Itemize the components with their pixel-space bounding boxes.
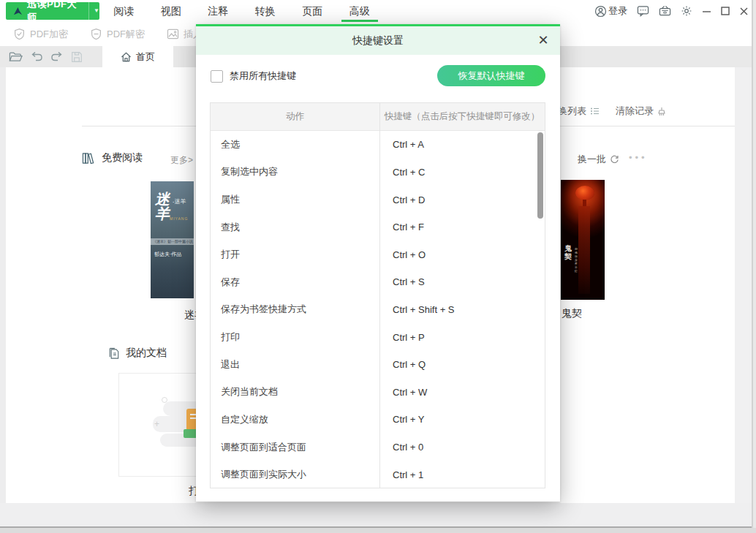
- cover-band-text: 《迷羊》郁一部中篇小说: [151, 238, 194, 245]
- app-window: 迅读PDF大师 ▼ 阅读 视图 注释 转换 页面 高级 登录: [0, 0, 756, 533]
- disable-all-checkbox[interactable]: [211, 70, 223, 83]
- pdf-decrypt-button[interactable]: PDF解密: [90, 28, 145, 41]
- clear-history-button[interactable]: 清除记录: [616, 105, 666, 118]
- action-label: 打开: [211, 241, 379, 268]
- table-scrollbar-thumb[interactable]: [537, 132, 543, 219]
- app-name: 迅读PDF大师: [27, 0, 83, 24]
- action-label: 打印: [211, 323, 379, 351]
- login-button[interactable]: 登录: [594, 4, 627, 18]
- clear-history-label: 清除记录: [616, 105, 654, 118]
- shortcut-table-row: 复制选中内容 Ctrl + C: [211, 159, 545, 186]
- shortcut-value[interactable]: Ctrl + A: [379, 131, 545, 159]
- shortcut-table-row: 打印 Ctrl + P: [211, 323, 545, 351]
- table-header-row: 动作 快捷键（点击后按下快捷键即可修改）: [211, 103, 545, 131]
- more-options-dots[interactable]: •••: [629, 152, 648, 163]
- shortcut-value[interactable]: Ctrl + W: [379, 378, 545, 406]
- right-gutter: [735, 67, 752, 503]
- minimize-button[interactable]: [702, 7, 711, 16]
- shortcut-table-row: 全选 Ctrl + A: [211, 131, 545, 159]
- promo-icon[interactable]: [659, 5, 671, 17]
- menu-annotate[interactable]: 注释: [194, 0, 242, 22]
- action-label: 调整页面到实际大小: [211, 461, 379, 488]
- pdf-encrypt-button[interactable]: PDF加密: [13, 28, 68, 41]
- refresh-batch-label: 换一批: [578, 153, 606, 166]
- books-icon: [82, 152, 96, 165]
- list-icon: [590, 107, 600, 116]
- feedback-icon[interactable]: [637, 5, 649, 17]
- cover-title: 鬼契: [564, 244, 573, 260]
- menu-view[interactable]: 视图: [148, 0, 195, 22]
- shortcut-value[interactable]: Ctrl + P: [379, 323, 545, 351]
- shortcut-value[interactable]: Ctrl + F: [379, 213, 545, 241]
- shortcut-value[interactable]: Ctrl + Shift + S: [379, 296, 545, 324]
- close-button[interactable]: [739, 7, 749, 16]
- save-icon[interactable]: [71, 51, 83, 63]
- table-body: 全选 Ctrl + A 复制选中内容 Ctrl + C 属性 Ctrl + D …: [211, 131, 545, 488]
- dialog-title: 快捷键设置: [352, 34, 404, 48]
- login-label: 登录: [608, 4, 627, 18]
- menu-convert[interactable]: 转换: [242, 0, 290, 22]
- action-label: 退出: [211, 351, 379, 379]
- shortcut-value[interactable]: Ctrl + Q: [379, 351, 545, 379]
- title-bar: 迅读PDF大师 ▼ 阅读 视图 注释 转换 页面 高级 登录: [0, 0, 756, 22]
- shortcut-value[interactable]: Ctrl + C: [379, 159, 545, 186]
- plus-deco: +: [154, 419, 159, 429]
- refresh-icon: [610, 155, 619, 165]
- shortcut-value[interactable]: Ctrl + O: [379, 241, 545, 268]
- dialog-close-icon[interactable]: ✕: [535, 32, 551, 48]
- action-label: 查找: [211, 213, 379, 241]
- menu-read[interactable]: 阅读: [100, 0, 148, 22]
- book-cover-guiqi[interactable]: 鬼契 怨魂缠身夜半灯: [561, 180, 605, 300]
- shield-minus-icon: [90, 28, 107, 40]
- shortcut-value[interactable]: Ctrl + D: [379, 186, 545, 213]
- cover-roman: MIYANG: [170, 216, 188, 221]
- my-documents-section-header: 我的文档: [108, 347, 167, 360]
- free-reading-section-header: 免费阅读: [82, 151, 143, 165]
- pdf-encrypt-label: PDF加密: [30, 28, 68, 41]
- disable-all-row: 禁用所有快捷键: [211, 69, 296, 83]
- action-label: 自定义缩放: [211, 406, 379, 434]
- user-icon: [594, 5, 607, 18]
- shortcut-column-header: 快捷键（点击后按下快捷键即可修改）: [379, 103, 545, 130]
- home-icon: [121, 52, 132, 62]
- menu-advanced[interactable]: 高级: [336, 0, 384, 22]
- book-cover-miyang[interactable]: 迷羊 -迷羊 MIYANG 《迷羊》郁一部中篇小说 郁达夫·作品: [151, 181, 194, 298]
- maximize-button[interactable]: [721, 7, 730, 15]
- shortcut-table-row: 退出 Ctrl + Q: [211, 351, 545, 379]
- menu-page[interactable]: 页面: [289, 0, 336, 22]
- book-caption[interactable]: 鬼契: [562, 307, 582, 320]
- bottom-gutter: [0, 503, 756, 526]
- shortcut-table-row: 属性 Ctrl + D: [211, 186, 545, 213]
- shortcut-table-row: 保存为书签快捷方式 Ctrl + Shift + S: [211, 296, 545, 324]
- disable-all-label: 禁用所有快捷键: [230, 69, 296, 83]
- window-right-shadow: [753, 0, 756, 528]
- shortcut-value[interactable]: Ctrl + 1: [379, 461, 545, 488]
- action-label: 复制选中内容: [211, 159, 379, 186]
- chevron-down-icon[interactable]: ▼: [88, 2, 99, 20]
- cover-tiny-text: 怨魂缠身夜半灯: [575, 247, 579, 273]
- pillar-art: [578, 206, 590, 294]
- document-icon: [108, 347, 120, 360]
- column-divider: [379, 103, 380, 488]
- more-link[interactable]: 更多>: [170, 154, 193, 167]
- app-logo-icon: [12, 6, 23, 17]
- tab-home-label: 首页: [136, 50, 155, 64]
- refresh-batch-button[interactable]: 换一批: [578, 153, 619, 166]
- open-folder-icon[interactable]: [9, 51, 23, 63]
- shortcut-value[interactable]: Ctrl + S: [379, 268, 545, 296]
- redo-icon[interactable]: [50, 51, 64, 62]
- shortcut-value[interactable]: Ctrl + Y: [379, 406, 545, 434]
- gear-icon[interactable]: [681, 5, 692, 17]
- my-documents-title: 我的文档: [126, 347, 167, 360]
- app-logo-button[interactable]: 迅读PDF大师 ▼: [6, 2, 99, 20]
- undo-icon[interactable]: [30, 51, 43, 62]
- shortcut-table-row: 调整页面到适合页面 Ctrl + 0: [211, 434, 545, 461]
- restore-defaults-button[interactable]: 恢复默认快捷键: [437, 65, 545, 86]
- shortcut-table-row: 调整页面到实际大小 Ctrl + 1: [211, 461, 545, 488]
- tab-home[interactable]: 首页: [102, 46, 173, 67]
- shortcut-value[interactable]: Ctrl + 0: [379, 434, 545, 461]
- action-label: 保存为书签快捷方式: [211, 296, 379, 324]
- shortcut-table-row: 关闭当前文档 Ctrl + W: [211, 378, 545, 406]
- cover-subtitle: -迷羊: [173, 197, 186, 205]
- action-label: 调整页面到适合页面: [211, 434, 379, 461]
